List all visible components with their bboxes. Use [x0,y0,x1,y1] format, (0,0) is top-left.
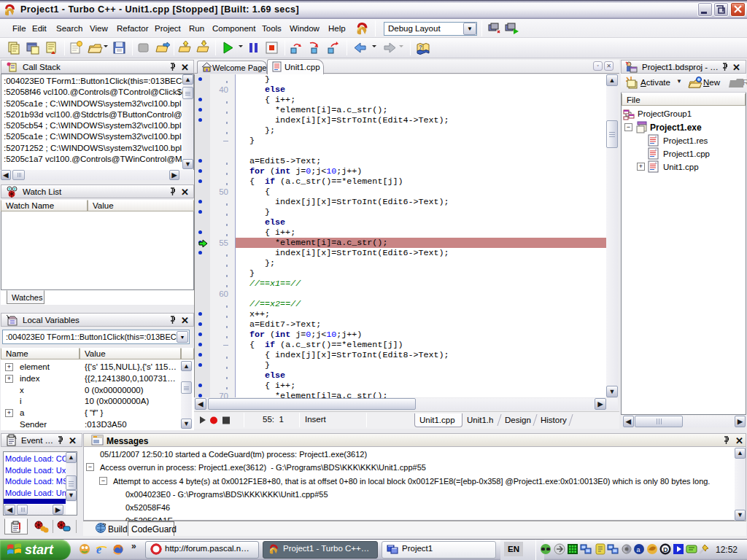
svg-text:a: a [637,546,640,553]
svg-text:D: D [663,546,668,553]
svg-text:e: e [96,543,101,555]
svg-text:?: ? [419,44,422,50]
